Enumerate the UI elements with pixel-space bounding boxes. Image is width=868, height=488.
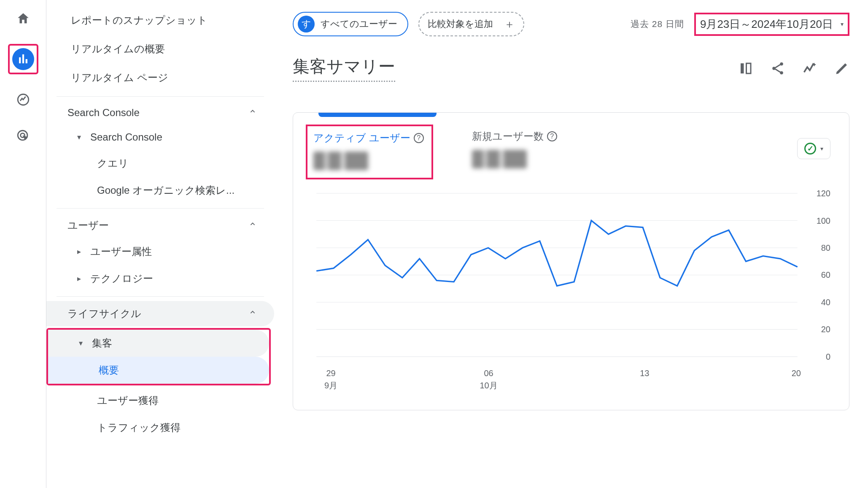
metric-label: アクティブ ユーザー ? bbox=[313, 131, 424, 145]
chevron-up-icon bbox=[248, 220, 257, 231]
sparkle-trend-icon bbox=[802, 61, 817, 76]
section-search-console[interactable]: Search Console bbox=[46, 101, 274, 125]
metric-label-text: 新規ユーザー数 bbox=[472, 130, 544, 143]
divider bbox=[57, 296, 264, 297]
section-user[interactable]: ユーザー bbox=[46, 213, 274, 238]
svg-rect-4 bbox=[747, 63, 751, 73]
rail-advertising[interactable] bbox=[12, 125, 34, 147]
leaf-organic-search[interactable]: Google オーガニック検索レ... bbox=[46, 177, 274, 204]
sub-user-attributes[interactable]: ▸ ユーザー属性 bbox=[46, 238, 274, 265]
leaf-acquisition-overview[interactable]: 概要 bbox=[48, 357, 269, 384]
date-range-picker[interactable]: 9月23日～2024年10月20日 ▾ bbox=[694, 13, 849, 36]
y-tick-label: 80 bbox=[821, 243, 830, 252]
divider bbox=[57, 208, 264, 209]
sub-label: ユーザー属性 bbox=[90, 245, 152, 258]
leaf-traffic-acquisition[interactable]: トラフィック獲得 bbox=[46, 414, 274, 441]
chart-canvas bbox=[312, 189, 830, 366]
segment-avatar: す bbox=[298, 16, 315, 33]
main-area: す すべてのユーザー 比較対象を追加 ＋ 過去 28 日間 9月23日～2024… bbox=[274, 0, 868, 488]
rail-explore[interactable] bbox=[12, 89, 34, 111]
divider bbox=[57, 96, 264, 97]
share-button[interactable] bbox=[770, 61, 785, 76]
chevron-up-icon bbox=[248, 107, 257, 119]
segment-label: すべてのユーザー bbox=[321, 18, 397, 30]
leaf-user-acquisition[interactable]: ユーザー獲得 bbox=[46, 387, 274, 414]
date-prefix: 過去 28 日間 bbox=[631, 18, 684, 30]
x-tick-label: 13 bbox=[640, 369, 649, 391]
sub-label: Search Console bbox=[90, 131, 162, 143]
x-axis-ticks: 299月0610月1320 bbox=[324, 369, 801, 391]
compare-columns-button[interactable] bbox=[738, 61, 753, 76]
segment-all-users[interactable]: す すべてのユーザー bbox=[293, 12, 408, 36]
svg-rect-3 bbox=[741, 63, 744, 73]
page-title: 集客サマリー bbox=[293, 55, 395, 82]
metric-label: 新規ユーザー数 ? bbox=[472, 130, 557, 143]
title-row: 集客サマリー bbox=[293, 55, 849, 82]
metrics-row: アクティブ ユーザー ? 新規ユーザー数 ? bbox=[312, 130, 830, 172]
x-tick-label: 299月 bbox=[324, 369, 337, 391]
y-tick-label: 20 bbox=[821, 325, 830, 334]
caret-down-icon: ▾ bbox=[78, 339, 84, 348]
insights-button[interactable] bbox=[802, 61, 817, 76]
add-comparison-label: 比較対象を追加 bbox=[428, 18, 493, 30]
trend-circle-icon bbox=[16, 92, 30, 107]
metric-new-users[interactable]: 新規ユーザー数 ? bbox=[472, 130, 557, 168]
leaf-queries[interactable]: クエリ bbox=[46, 150, 274, 177]
section-label: ユーザー bbox=[67, 219, 109, 232]
action-icons bbox=[738, 61, 849, 76]
columns-icon bbox=[738, 61, 753, 76]
section-lifecycle[interactable]: ライフサイクル bbox=[46, 301, 274, 326]
share-icon bbox=[770, 61, 785, 76]
card-status-menu[interactable]: ✓ ▾ bbox=[797, 138, 830, 159]
top-row: す すべてのユーザー 比較対象を追加 ＋ 過去 28 日間 9月23日～2024… bbox=[293, 0, 849, 36]
caret-right-icon: ▸ bbox=[76, 247, 82, 256]
y-tick-label: 60 bbox=[821, 270, 830, 280]
x-tick-label: 0610月 bbox=[480, 369, 498, 391]
metric-label-text: アクティブ ユーザー bbox=[313, 131, 410, 145]
help-icon[interactable]: ? bbox=[414, 133, 424, 143]
sub-acquisition[interactable]: ▾ 集客 bbox=[48, 330, 269, 357]
plus-icon: ＋ bbox=[504, 17, 515, 32]
sub-label: テクノロジー bbox=[90, 272, 153, 285]
caret-down-icon: ▾ bbox=[76, 133, 82, 142]
section-label: Search Console bbox=[67, 107, 140, 119]
bar-chart-icon bbox=[16, 52, 30, 66]
chevron-up-icon bbox=[248, 308, 257, 320]
overview-card: ✓ ▾ アクティブ ユーザー ? 新規ユーザー数 ? bbox=[293, 112, 849, 410]
report-sidebar: レポートのスナップショット リアルタイムの概要 リアルタイム ページ Searc… bbox=[46, 0, 274, 488]
icon-rail bbox=[0, 0, 46, 488]
sub-technology[interactable]: ▸ テクノロジー bbox=[46, 265, 274, 292]
active-tab-indicator bbox=[318, 113, 437, 117]
sidebar-snapshot[interactable]: レポートのスナップショット bbox=[46, 6, 274, 35]
y-tick-label: 120 bbox=[817, 189, 830, 198]
sub-label: 集客 bbox=[92, 336, 112, 350]
date-range-text: 9月23日～2024年10月20日 bbox=[700, 17, 833, 32]
home-icon bbox=[16, 11, 30, 26]
metric-value-redacted bbox=[313, 152, 368, 170]
active-users-highlight: アクティブ ユーザー ? bbox=[306, 125, 433, 179]
sub-search-console[interactable]: ▾ Search Console bbox=[46, 125, 274, 150]
rail-reports[interactable] bbox=[12, 48, 34, 70]
sidebar-realtime-overview[interactable]: リアルタイムの概要 bbox=[46, 35, 274, 63]
y-tick-label: 100 bbox=[817, 216, 830, 225]
x-tick-label: 20 bbox=[792, 369, 801, 391]
y-tick-label: 0 bbox=[826, 352, 830, 361]
line-chart: 020406080100120 bbox=[312, 189, 830, 366]
caret-down-icon: ▾ bbox=[841, 21, 844, 27]
caret-right-icon: ▸ bbox=[76, 274, 82, 283]
help-icon[interactable]: ? bbox=[547, 131, 557, 141]
target-click-icon bbox=[16, 129, 30, 143]
pencil-icon bbox=[834, 61, 849, 76]
check-circle-icon: ✓ bbox=[804, 143, 816, 155]
rail-reports-highlight bbox=[8, 44, 38, 74]
metric-active-users[interactable]: アクティブ ユーザー ? bbox=[313, 131, 424, 170]
metric-value-redacted bbox=[472, 150, 527, 168]
acquisition-highlight: ▾ 集客 概要 bbox=[46, 328, 271, 385]
section-label: ライフサイクル bbox=[67, 307, 141, 320]
caret-down-icon: ▾ bbox=[820, 145, 823, 152]
add-comparison[interactable]: 比較対象を追加 ＋ bbox=[418, 12, 524, 36]
y-tick-label: 40 bbox=[821, 297, 830, 307]
edit-button[interactable] bbox=[834, 61, 849, 76]
rail-home[interactable] bbox=[12, 8, 34, 30]
sidebar-realtime-pages[interactable]: リアルタイム ページ bbox=[46, 63, 274, 92]
